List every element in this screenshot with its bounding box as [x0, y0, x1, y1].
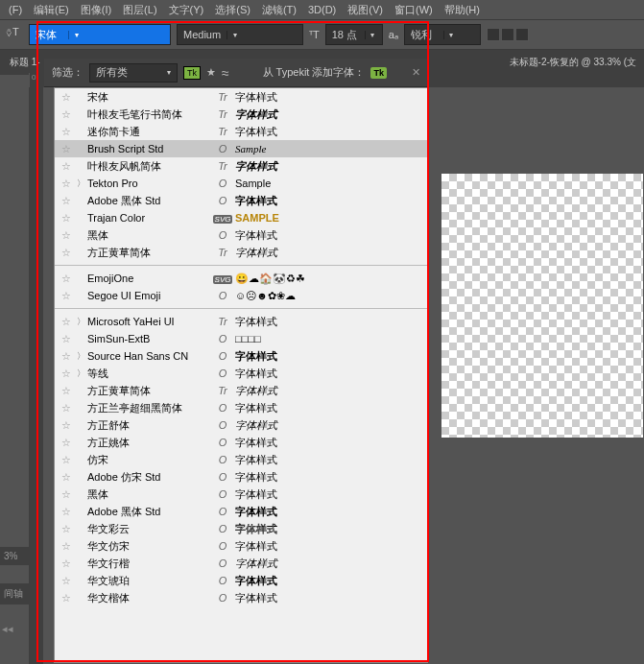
tab-doc1[interactable]: 标题 1- — [2, 52, 48, 73]
font-name: Adobe 仿宋 Std — [87, 470, 210, 485]
chevron-down-icon: ▾ — [227, 31, 242, 39]
typekit-add-button[interactable]: Tk — [370, 67, 387, 79]
filter-class-select[interactable]: 所有类▾ — [89, 63, 178, 83]
menu-item[interactable]: 滤镜(T) — [257, 1, 301, 19]
font-type-icon: O — [212, 350, 233, 362]
font-list-item[interactable]: ☆Segoe UI EmojiO☺☹☻✿❀☁ — [55, 287, 427, 304]
font-list-item[interactable]: ☆Brush Script StdOSample — [55, 140, 427, 157]
similar-filter-icon[interactable]: ≈ — [222, 65, 229, 81]
star-icon[interactable]: ☆ — [59, 506, 74, 518]
canvas[interactable] — [441, 174, 643, 438]
typekit-filter-icon[interactable]: Tk — [183, 66, 201, 80]
font-name: 叶根友毛笔行书简体 — [87, 107, 210, 122]
star-icon[interactable]: ☆ — [59, 290, 74, 302]
panel-collapse-icon[interactable]: ◂◂ — [2, 623, 13, 635]
menu-item[interactable]: 视图(V) — [343, 1, 388, 19]
menu-item[interactable]: 窗口(W) — [390, 1, 438, 19]
font-weight-select[interactable]: Medium▾ — [177, 24, 303, 45]
tab-doc2[interactable]: 未标题-2-恢复的 @ 33.3% (文 — [502, 52, 644, 73]
font-list-item[interactable]: ☆华文琥珀O字体样式 — [55, 572, 427, 589]
font-list-item[interactable]: ☆方正舒体O字体样式 — [55, 416, 427, 434]
font-list-item[interactable]: ☆〉Source Han Sans CNO字体样式 — [55, 347, 427, 365]
font-list-item[interactable]: ☆〉等线O字体样式 — [55, 365, 427, 382]
menu-item[interactable]: 帮助(H) — [440, 1, 485, 19]
font-name: SimSun-ExtB — [87, 333, 210, 344]
font-list-item[interactable]: ☆仿宋O字体样式 — [55, 451, 427, 468]
chevron-down-icon: ▾ — [365, 31, 380, 39]
font-type-icon: O — [212, 290, 233, 301]
star-icon[interactable]: ☆ — [59, 333, 74, 345]
menu-item[interactable]: 图像(I) — [76, 1, 116, 19]
font-list-item[interactable]: ☆〉Microsoft YaHei UITr字体样式 — [55, 313, 427, 330]
star-icon[interactable]: ☆ — [59, 195, 74, 207]
font-name: 等线 — [87, 367, 210, 381]
font-list-item[interactable]: ☆华文楷体O字体样式 — [55, 589, 427, 606]
font-list-item[interactable]: ☆叶根友风帆简体Tr字体样式 — [55, 157, 427, 175]
font-list-item[interactable]: ☆方正黄草简体Tr字体样式 — [55, 244, 427, 261]
menu-item[interactable]: 选择(S) — [210, 1, 255, 19]
font-family-select[interactable]: 宋体▾ — [29, 24, 171, 45]
font-list-item[interactable]: ☆迷你简卡通Tr字体样式 — [55, 123, 427, 140]
chevron-down-icon: ▾ — [167, 68, 171, 77]
star-icon[interactable]: ☆ — [59, 126, 74, 138]
font-type-icon: SVG — [212, 212, 233, 224]
star-icon[interactable]: ☆ — [59, 454, 74, 466]
font-list-item[interactable]: ☆宋体Tr字体样式 — [55, 88, 427, 106]
font-list-item[interactable]: ☆华文仿宋O字体样式 — [55, 537, 427, 555]
star-icon[interactable]: ☆ — [59, 402, 74, 415]
star-icon[interactable]: ☆ — [59, 178, 74, 190]
favorite-filter-icon[interactable]: ★ — [206, 66, 216, 79]
close-icon[interactable]: ✕ — [412, 66, 420, 79]
antialias-select[interactable]: 锐利▾ — [404, 24, 481, 45]
star-icon[interactable]: ☆ — [59, 247, 74, 259]
star-icon[interactable]: ☆ — [59, 212, 74, 225]
star-icon[interactable]: ☆ — [59, 91, 74, 104]
star-icon[interactable]: ☆ — [59, 160, 74, 173]
font-list-item[interactable]: ☆EmojiOneSVG😀☁🏠🐼♻☘ — [55, 270, 427, 287]
menu-item[interactable]: 编辑(E) — [29, 1, 74, 19]
star-icon[interactable]: ☆ — [59, 437, 74, 449]
font-dropdown-list[interactable]: ☆宋体Tr字体样式☆叶根友毛笔行书简体Tr字体样式☆迷你简卡通Tr字体样式☆Br… — [54, 87, 428, 663]
star-icon[interactable]: ☆ — [59, 523, 74, 535]
star-icon[interactable]: ☆ — [59, 592, 74, 605]
font-list-item[interactable]: ☆华文行楷O字体样式 — [55, 555, 427, 572]
star-icon[interactable]: ☆ — [59, 385, 74, 397]
star-icon[interactable]: ☆ — [59, 488, 74, 501]
star-icon[interactable]: ☆ — [59, 350, 74, 363]
star-icon[interactable]: ☆ — [59, 143, 74, 155]
star-icon[interactable]: ☆ — [59, 575, 74, 587]
font-name: 方正兰亭超细黑简体 — [87, 401, 210, 415]
font-name: Adobe 黑体 Std — [87, 194, 210, 208]
star-icon[interactable]: ☆ — [59, 471, 74, 484]
menu-item[interactable]: 3D(D) — [303, 2, 341, 17]
font-size-select[interactable]: 18 点▾ — [325, 24, 383, 45]
font-list-item[interactable]: ☆〉Tekton ProOSample — [55, 175, 427, 192]
font-list-item[interactable]: ☆Adobe 黑体 StdO字体样式 — [55, 192, 427, 209]
text-align-group[interactable] — [487, 28, 529, 41]
font-list-item[interactable]: ☆SimSun-ExtBO□□□□ — [55, 330, 427, 347]
timeline-label: 间轴 — [0, 583, 31, 605]
font-list-item[interactable]: ☆方正兰亭超细黑简体O字体样式 — [55, 399, 427, 416]
font-list-item[interactable]: ☆方正姚体O字体样式 — [55, 434, 427, 451]
star-icon[interactable]: ☆ — [59, 419, 74, 432]
font-list-item[interactable]: ☆华文彩云O字体样式 — [55, 520, 427, 537]
menu-item[interactable]: 文字(Y) — [164, 1, 209, 19]
font-list-item[interactable]: ☆黑体O字体样式 — [55, 486, 427, 503]
star-icon[interactable]: ☆ — [59, 108, 74, 121]
star-icon[interactable]: ☆ — [59, 229, 74, 242]
menu-item[interactable]: (F) — [4, 2, 27, 17]
star-icon[interactable]: ☆ — [59, 540, 74, 553]
zoom-level: 3% — [0, 547, 31, 565]
star-icon[interactable]: ☆ — [59, 316, 74, 328]
font-list-item[interactable]: ☆方正黄草简体Tr字体样式 — [55, 382, 427, 399]
font-list-item[interactable]: ☆黑体O字体样式 — [55, 226, 427, 244]
font-type-icon: O — [212, 506, 233, 517]
font-list-item[interactable]: ☆Adobe 黑体 StdO字体样式 — [55, 503, 427, 520]
star-icon[interactable]: ☆ — [59, 557, 74, 570]
star-icon[interactable]: ☆ — [59, 273, 74, 285]
menu-item[interactable]: 图层(L) — [118, 1, 161, 19]
star-icon[interactable]: ☆ — [59, 368, 74, 380]
font-list-item[interactable]: ☆Adobe 仿宋 StdO字体样式 — [55, 468, 427, 486]
font-list-item[interactable]: ☆Trajan ColorSVGSAMPLE — [55, 209, 427, 226]
font-list-item[interactable]: ☆叶根友毛笔行书简体Tr字体样式 — [55, 106, 427, 123]
